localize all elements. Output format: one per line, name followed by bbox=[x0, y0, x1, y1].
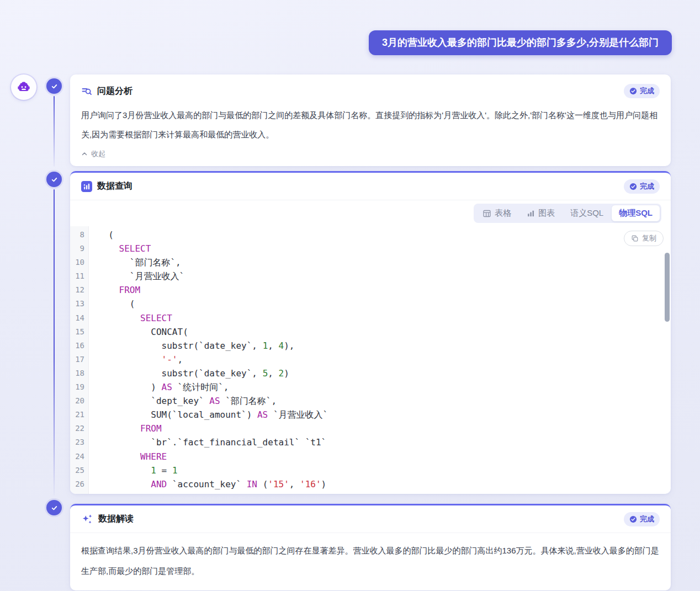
status-badge-label: 完成 bbox=[640, 514, 654, 524]
line-number: 25 bbox=[70, 464, 89, 477]
code-text: FROM bbox=[89, 422, 162, 435]
code-line: 21 SUM(`local_amount`) AS `月营业收入` bbox=[70, 408, 671, 422]
status-badge: 完成 bbox=[624, 84, 660, 98]
user-message-bubble: 3月的营业收入最多的部门比最少的部门多多少,分别是什么部门 bbox=[369, 30, 672, 55]
line-number: 8 bbox=[70, 228, 89, 242]
line-number: 24 bbox=[70, 450, 89, 464]
tab-label: 图表 bbox=[538, 208, 555, 219]
tab-semantic-sql[interactable]: 语义SQL bbox=[563, 205, 611, 221]
line-number: 15 bbox=[70, 325, 89, 339]
line-number: 22 bbox=[70, 422, 89, 435]
robot-icon bbox=[17, 80, 31, 94]
line-number: 19 bbox=[70, 380, 89, 394]
code-line: 27 GROUP BY bbox=[70, 491, 671, 494]
code-line: 22 FROM bbox=[70, 422, 671, 435]
code-line: 17 '-', bbox=[70, 353, 671, 366]
query-card-title: 数据查询 bbox=[97, 180, 132, 192]
status-badge-label: 完成 bbox=[640, 182, 654, 191]
code-text: GROUP BY bbox=[89, 491, 183, 494]
code-text: `月营业收入` bbox=[89, 269, 184, 283]
copy-button-label: 复制 bbox=[642, 233, 656, 243]
check-circle-icon bbox=[629, 183, 637, 190]
search-list-icon bbox=[81, 86, 92, 97]
line-number: 18 bbox=[70, 366, 89, 380]
view-switcher-tabs: 表格图表语义SQL物理SQL bbox=[474, 204, 661, 223]
line-number: 10 bbox=[70, 255, 89, 269]
check-circle-icon bbox=[629, 87, 637, 95]
code-line: 10 `部门名称`, bbox=[70, 255, 671, 269]
code-text: SUM(`local_amount`) AS `月营业收入` bbox=[89, 408, 328, 422]
tab-physical-sql[interactable]: 物理SQL bbox=[612, 205, 660, 221]
tab-chart[interactable]: 图表 bbox=[519, 205, 562, 221]
code-text: FROM bbox=[89, 283, 140, 297]
code-line: 13 ( bbox=[70, 297, 671, 311]
code-text: ( bbox=[89, 228, 114, 242]
code-text: ( bbox=[89, 297, 135, 311]
bar-chart-square-icon bbox=[81, 181, 92, 192]
code-text: CONCAT( bbox=[89, 325, 188, 339]
line-number: 26 bbox=[70, 477, 89, 491]
code-line: 19 ) AS `统计时间`, bbox=[70, 380, 671, 394]
code-text: substr(`date_key`, 5, 2) bbox=[89, 366, 289, 380]
code-line: 16 substr(`date_key`, 1, 4), bbox=[70, 339, 671, 353]
step-complete-check-icon bbox=[46, 172, 62, 187]
line-number: 27 bbox=[70, 491, 89, 494]
tab-label: 语义SQL bbox=[570, 208, 603, 219]
line-number: 13 bbox=[70, 297, 89, 311]
code-line: 15 CONCAT( bbox=[70, 325, 671, 339]
code-line: 11 `月营业收入` bbox=[70, 269, 671, 283]
timeline-connector bbox=[54, 189, 55, 496]
code-line: 24 WHERE bbox=[70, 450, 671, 464]
code-text: ) AS `统计时间`, bbox=[89, 380, 229, 394]
tab-label: 物理SQL bbox=[619, 208, 653, 219]
code-line: 18 substr(`date_key`, 5, 2) bbox=[70, 366, 671, 380]
collapse-toggle[interactable]: 收起 bbox=[81, 149, 105, 159]
code-text: AND `account_key` IN ('15', '16') bbox=[89, 477, 326, 491]
sparkles-icon bbox=[81, 513, 93, 525]
sql-code-panel: 复制 8 (9 SELECT10 `部门名称`,11 `月营业收入`12 FRO… bbox=[70, 226, 671, 494]
code-line: 20 `dept_key` AS `部门名称`, bbox=[70, 394, 671, 408]
line-number: 17 bbox=[70, 353, 89, 366]
line-number: 11 bbox=[70, 269, 89, 283]
code-text: 1 = 1 bbox=[89, 464, 178, 477]
analysis-card-title: 问题分析 bbox=[97, 86, 132, 97]
chevron-up-icon bbox=[81, 151, 88, 157]
code-text: '-', bbox=[89, 353, 183, 366]
timeline-connector bbox=[54, 96, 55, 167]
line-number: 16 bbox=[70, 339, 89, 353]
interpretation-body-text: 根据查询结果,3月份营业收入最高的部门与最低的部门之间存在显著差异。营业收入最多… bbox=[70, 533, 671, 590]
step-complete-check-icon bbox=[46, 78, 62, 94]
status-badge: 完成 bbox=[624, 512, 660, 526]
status-badge: 完成 bbox=[624, 179, 660, 194]
step-complete-check-icon bbox=[46, 500, 62, 515]
line-number: 23 bbox=[70, 435, 89, 449]
copy-icon bbox=[631, 235, 639, 242]
assistant-avatar bbox=[11, 74, 36, 100]
interpretation-card: 数据解读 完成 根据查询结果,3月份营业收入最高的部门与最低的部门之间存在显著差… bbox=[70, 504, 671, 590]
code-scrollbar-thumb[interactable] bbox=[665, 253, 670, 322]
code-text: WHERE bbox=[89, 450, 167, 464]
line-number: 20 bbox=[70, 394, 89, 408]
query-card: 数据查询 完成 表格图表语义SQL物理SQL 复制 bbox=[70, 171, 671, 494]
table-icon bbox=[482, 209, 491, 218]
line-number: 14 bbox=[70, 311, 89, 325]
tab-label: 表格 bbox=[495, 208, 511, 219]
code-text: substr(`date_key`, 1, 4), bbox=[89, 339, 294, 353]
line-number: 12 bbox=[70, 283, 89, 297]
code-text: `部门名称`, bbox=[89, 255, 181, 269]
code-line: 26 AND `account_key` IN ('15', '16') bbox=[70, 477, 671, 491]
code-text: `br`.`fact_financial_detail` `t1` bbox=[89, 435, 326, 449]
code-line: 9 SELECT bbox=[70, 242, 671, 255]
status-badge-label: 完成 bbox=[640, 86, 654, 96]
code-line: 8 ( bbox=[70, 228, 671, 242]
code-line: 14 SELECT bbox=[70, 311, 671, 325]
copy-button[interactable]: 复制 bbox=[624, 231, 664, 246]
code-line: 23 `br`.`fact_financial_detail` `t1` bbox=[70, 435, 671, 449]
analysis-card: 问题分析 完成 用户询问了3月份营业收入最高的部门与最低的部门之间的差额及具体部… bbox=[70, 74, 671, 166]
tab-table[interactable]: 表格 bbox=[475, 205, 518, 221]
collapse-label: 收起 bbox=[91, 149, 105, 159]
check-circle-icon bbox=[629, 515, 637, 523]
line-number: 9 bbox=[70, 242, 89, 255]
code-text: `dept_key` AS `部门名称`, bbox=[89, 394, 277, 408]
code-text: SELECT bbox=[89, 242, 151, 255]
